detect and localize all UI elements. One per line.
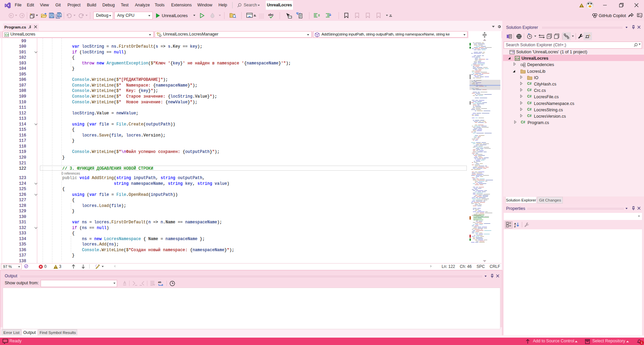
svg-text:Z: Z: [514, 225, 516, 227]
svg-text:abc: abc: [268, 13, 274, 16]
svg-text:C#: C#: [515, 57, 519, 60]
svg-text:C#: C#: [5, 33, 9, 37]
svg-text:ab: ab: [158, 281, 161, 284]
